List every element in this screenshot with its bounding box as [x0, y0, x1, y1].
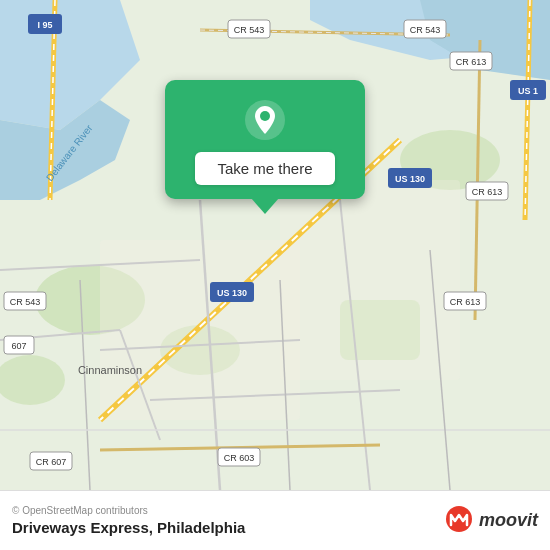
- svg-text:I 95: I 95: [37, 20, 52, 30]
- footer-bar: © OpenStreetMap contributors Driveways E…: [0, 490, 550, 550]
- svg-text:CR 613: CR 613: [450, 297, 481, 307]
- svg-text:CR 613: CR 613: [472, 187, 503, 197]
- map-view: I 95 CR 543 CR 543 CR 613 US 1 US 130 CR…: [0, 0, 550, 490]
- place-name-label: Driveways Express, Philadelphia: [12, 519, 245, 536]
- location-pin-icon: [243, 98, 287, 142]
- footer-info: © OpenStreetMap contributors Driveways E…: [12, 505, 245, 536]
- popup-card: Take me there: [165, 80, 365, 199]
- svg-text:Cinnaminson: Cinnaminson: [78, 364, 142, 376]
- svg-text:CR 607: CR 607: [36, 457, 67, 467]
- map-background: I 95 CR 543 CR 543 CR 613 US 1 US 130 CR…: [0, 0, 550, 490]
- svg-text:US 130: US 130: [217, 288, 247, 298]
- popup-arrow: [251, 198, 279, 214]
- svg-text:607: 607: [11, 341, 26, 351]
- moovit-logo: moovit: [443, 505, 538, 537]
- svg-text:US 130: US 130: [395, 174, 425, 184]
- svg-text:CR 543: CR 543: [234, 25, 265, 35]
- svg-text:US 1: US 1: [518, 86, 538, 96]
- svg-text:CR 613: CR 613: [456, 57, 487, 67]
- moovit-brand-icon: [443, 505, 475, 537]
- svg-text:CR 543: CR 543: [410, 25, 441, 35]
- svg-text:CR 603: CR 603: [224, 453, 255, 463]
- svg-text:CR 543: CR 543: [10, 297, 41, 307]
- attribution-text: © OpenStreetMap contributors: [12, 505, 245, 516]
- svg-point-58: [260, 111, 270, 121]
- moovit-brand-text: moovit: [479, 510, 538, 531]
- take-me-there-button[interactable]: Take me there: [195, 152, 334, 185]
- location-popup: Take me there: [155, 80, 375, 214]
